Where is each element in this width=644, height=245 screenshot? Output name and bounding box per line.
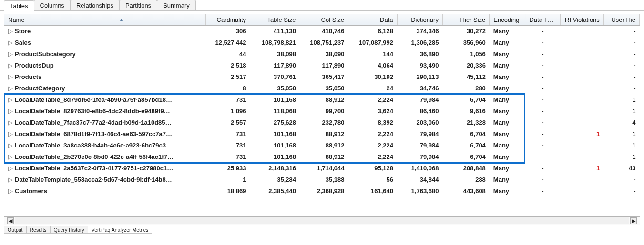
col-header-col-size[interactable]: Col Size: [300, 14, 348, 26]
table-row[interactable]: ▷Products2,517370,761365,41730,192290,11…: [4, 71, 640, 83]
expand-icon[interactable]: ▷: [8, 119, 13, 126]
cell-encoding: Many: [490, 151, 525, 163]
scroll-right-icon[interactable]: ▶: [630, 217, 637, 224]
expand-icon[interactable]: ▷: [8, 176, 13, 183]
cell-dataType: -: [525, 37, 560, 49]
cell-cardinality: 1: [205, 174, 250, 186]
cell-tableSize: 2,385,440: [250, 186, 300, 197]
cell-dictionary: 1,306,285: [397, 37, 442, 49]
cell-ri: [560, 94, 603, 106]
col-header-cardinality[interactable]: Cardinality: [205, 14, 250, 26]
tab-relationships[interactable]: Relationships: [70, 0, 120, 10]
tab-summary[interactable]: Summary: [157, 0, 196, 10]
table-row[interactable]: ▷ProductSubcategory4438,09838,09014436,8…: [4, 49, 640, 60]
cell-hierSize: 21,328: [442, 117, 489, 128]
bottom-tab-vertipaq-analyzer-metrics[interactable]: VertiPaq Analyzer Metrics: [88, 226, 153, 234]
cell-dataType: -: [525, 117, 560, 128]
col-header-table-size[interactable]: Table Size: [250, 14, 300, 26]
table-row[interactable]: ▷LocalDateTable_2b270e0c-8bd0-422c-a4ff-…: [4, 151, 640, 163]
cell-name: ▷LocalDateTable_2b270e0c-8bd0-422c-a4ff-…: [4, 151, 205, 163]
cell-userHie: 4: [603, 117, 639, 128]
table-row[interactable]: ▷LocalDateTable_7fac37c7-77a2-4dad-b09d-…: [4, 117, 640, 128]
col-header-data-type[interactable]: Data Type: [525, 14, 560, 26]
expand-icon[interactable]: ▷: [8, 142, 13, 149]
expand-icon[interactable]: ▷: [8, 165, 13, 172]
expand-icon[interactable]: ▷: [8, 50, 13, 58]
cell-dictionary: 79,984: [397, 140, 442, 151]
table-row[interactable]: ▷DateTableTemplate_558acca2-5d67-4cbd-9b…: [4, 174, 640, 186]
cell-dataType: -: [525, 71, 560, 83]
expand-icon[interactable]: ▷: [8, 187, 13, 195]
cell-colSize: 88,912: [300, 140, 348, 151]
cell-data: 4,064: [348, 60, 398, 71]
expand-icon[interactable]: ▷: [8, 130, 13, 137]
expand-icon[interactable]: ▷: [8, 73, 13, 80]
bottom-tab-output[interactable]: Output: [4, 226, 27, 234]
row-name: ProductSubcategory: [15, 50, 76, 58]
table-row[interactable]: ▷Store306411,130410,7466,128374,34630,27…: [4, 26, 640, 37]
expand-icon[interactable]: ▷: [8, 153, 13, 160]
cell-colSize: 35,050: [300, 83, 348, 94]
row-name: ProductsDup: [15, 62, 54, 69]
cell-userHie: 1: [603, 94, 639, 106]
table-row[interactable]: ▷Customers18,8692,385,4402,368,928161,64…: [4, 186, 640, 197]
cell-data: 95,128: [348, 163, 398, 174]
row-name: Sales: [15, 39, 31, 46]
cell-userHie: -: [603, 174, 639, 186]
bottom-tab-results[interactable]: Results: [26, 226, 51, 234]
tab-columns[interactable]: Columns: [34, 0, 71, 10]
bottom-tab-query-history[interactable]: Query History: [50, 226, 88, 234]
cell-cardinality: 8: [205, 83, 250, 94]
expand-icon[interactable]: ▷: [8, 85, 13, 92]
table-row[interactable]: ▷ProductsDup2,518117,890117,8904,06493,4…: [4, 60, 640, 71]
cell-colSize: 2,368,928: [300, 186, 348, 197]
cell-hierSize: 356,960: [442, 37, 489, 49]
table-row[interactable]: ▷LocalDateTable_6878d1f9-7f13-46c4-ae63-…: [4, 128, 640, 140]
table-row[interactable]: ▷LocalDateTable_8d79df6e-1fea-4b90-a75f-…: [4, 94, 640, 106]
cell-tableSize: 118,068: [250, 106, 300, 117]
table-row[interactable]: ▷Sales12,527,442108,798,821108,751,23710…: [4, 37, 640, 49]
cell-dataType: -: [525, 83, 560, 94]
cell-name: ▷ProductSubcategory: [4, 49, 205, 60]
cell-cardinality: 731: [205, 151, 250, 163]
col-header-encoding[interactable]: Encoding: [490, 14, 525, 26]
col-header-hier-size[interactable]: Hier Size: [442, 14, 489, 26]
cell-dictionary: 79,984: [397, 94, 442, 106]
tab-tables[interactable]: Tables: [4, 0, 34, 11]
cell-tableSize: 101,168: [250, 140, 300, 151]
cell-data: 3,624: [348, 106, 398, 117]
col-header-data[interactable]: Data: [348, 14, 398, 26]
tab-partitions[interactable]: Partitions: [119, 0, 157, 10]
expand-icon[interactable]: ▷: [8, 28, 13, 35]
cell-hierSize: 6,704: [442, 151, 489, 163]
col-header-user-hie[interactable]: User Hie: [603, 14, 639, 26]
cell-ri: [560, 117, 603, 128]
cell-ri: [560, 140, 603, 151]
scroll-left-icon[interactable]: ◀: [7, 217, 14, 224]
table-row[interactable]: ▷LocalDateTable_2a5637c2-0f73-4177-9751-…: [4, 163, 640, 174]
cell-colSize: 232,780: [300, 117, 348, 128]
row-name: LocalDateTable_2a5637c2-0f73-4177-9751-c…: [15, 165, 173, 172]
cell-name: ▷ProductsDup: [4, 60, 205, 71]
col-header-ri-violations[interactable]: RI Violations: [560, 14, 603, 26]
expand-icon[interactable]: ▷: [8, 96, 13, 103]
cell-cardinality: 2,517: [205, 71, 250, 83]
horizontal-scrollbar[interactable]: ◀ ▶: [4, 216, 640, 225]
scroll-track[interactable]: [15, 217, 629, 224]
cell-data: 144: [348, 49, 398, 60]
table-row[interactable]: ▷ProductCategory835,05035,0502434,746280…: [4, 83, 640, 94]
cell-data: 2,224: [348, 128, 398, 140]
col-header-name[interactable]: Name▾: [4, 14, 205, 26]
expand-icon[interactable]: ▷: [8, 62, 13, 69]
table-row[interactable]: ▷LocalDateTable_3a8ca388-b4ab-4e6c-a923-…: [4, 140, 640, 151]
cell-encoding: Many: [490, 174, 525, 186]
cell-cardinality: 306: [205, 26, 250, 37]
expand-icon[interactable]: ▷: [8, 108, 13, 115]
expand-icon[interactable]: ▷: [8, 39, 13, 46]
cell-tableSize: 108,798,821: [250, 37, 300, 49]
cell-encoding: Many: [490, 26, 525, 37]
cell-name: ▷LocalDateTable_7fac37c7-77a2-4dad-b09d-…: [4, 117, 205, 128]
table-row[interactable]: ▷LocalDateTable_829763f0-e8b6-4dc2-8ddb-…: [4, 106, 640, 117]
col-header-dictionary[interactable]: Dictionary: [397, 14, 442, 26]
cell-cardinality: 18,869: [205, 186, 250, 197]
